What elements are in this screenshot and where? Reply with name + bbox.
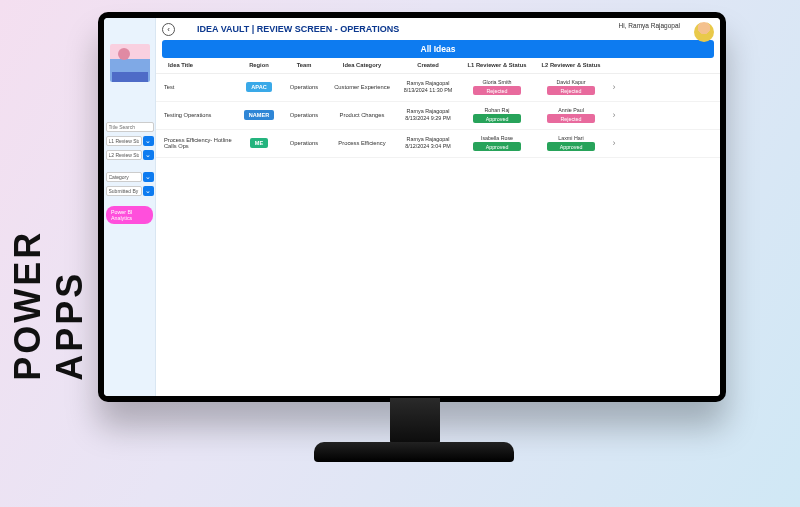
chevron-down-icon[interactable]: ⌄ [143, 186, 154, 196]
cell-category: Product Changes [328, 112, 396, 118]
col-l2: L2 Reviewer & Status [534, 62, 608, 69]
cell-l2: Annie PaulRejected [534, 107, 608, 124]
cell-category: Process Efficiency [328, 140, 396, 146]
cell-title: Testing Operations [164, 112, 238, 118]
banner: All Ideas [162, 40, 714, 58]
cell-title: Process Efficiency- Hotline Calls Ops [164, 137, 238, 149]
chevron-right-icon[interactable]: › [608, 138, 620, 148]
chevron-right-icon[interactable]: › [608, 82, 620, 92]
l1-status-filter[interactable]: ⌄ [106, 136, 154, 146]
cell-title: Test [164, 84, 238, 90]
cell-created: Ramya Rajagopal8/13/2024 9:29 PM [396, 108, 460, 123]
topbar: ‹ IDEA VAULT | REVIEW SCREEN - OPERATION… [156, 18, 720, 40]
category-filter-label [106, 172, 142, 182]
l2-status-filter[interactable]: ⌄ [106, 150, 154, 160]
chevron-down-icon[interactable]: ⌄ [143, 150, 154, 160]
table-body: TestAPACOperationsCustomer ExperienceRam… [156, 74, 720, 158]
cell-l1: Gloria SmithRejected [460, 79, 534, 96]
cell-team: Operations [280, 84, 328, 90]
title-search[interactable] [106, 122, 154, 132]
monitor-frame: ⌄ ⌄ ⌄ ⌄ Power BI Analytics ‹ IDEA VAULT … [98, 12, 726, 402]
cell-region: APAC [238, 82, 280, 92]
monitor-neck [390, 398, 440, 446]
cell-created: Ramya Rajagopal8/12/2024 3:04 PM [396, 136, 460, 151]
status-badge: Rejected [473, 86, 521, 95]
table-row[interactable]: Testing OperationsNAMEROperationsProduct… [156, 102, 720, 130]
col-category: Idea Category [328, 62, 396, 69]
cell-l2: David KapurRejected [534, 79, 608, 96]
powerbi-button[interactable]: Power BI Analytics [106, 206, 153, 224]
page-title: IDEA VAULT | REVIEW SCREEN - OPERATIONS [197, 24, 399, 34]
main-panel: ‹ IDEA VAULT | REVIEW SCREEN - OPERATION… [156, 18, 720, 396]
col-l1: L1 Reviewer & Status [460, 62, 534, 69]
cell-l2: Laxmi HariApproved [534, 135, 608, 152]
col-created: Created [396, 62, 460, 69]
status-badge: Approved [473, 114, 521, 123]
back-button[interactable]: ‹ [162, 23, 175, 36]
cell-created: Ramya Rajagopal8/13/2024 11:30 PM [396, 80, 460, 95]
cell-l1: Isabella RoseApproved [460, 135, 534, 152]
col-region: Region [238, 62, 280, 69]
cell-region: ME [238, 138, 280, 148]
col-team: Team [280, 62, 328, 69]
category-filter[interactable]: ⌄ [106, 172, 154, 182]
chevron-right-icon[interactable]: › [608, 110, 620, 120]
l1-filter-label [106, 136, 142, 146]
cell-l1: Rohan RajApproved [460, 107, 534, 124]
avatar[interactable] [694, 22, 714, 42]
monitor-base [314, 442, 514, 462]
table-row[interactable]: Process Efficiency- Hotline Calls OpsMEO… [156, 130, 720, 158]
sidebar: ⌄ ⌄ ⌄ ⌄ Power BI Analytics [104, 18, 156, 396]
submittedby-filter[interactable]: ⌄ [106, 186, 154, 196]
status-badge: Approved [547, 142, 595, 151]
status-badge: Rejected [547, 114, 595, 123]
user-greeting: Hi, Ramya Rajagopal [619, 22, 680, 29]
cell-team: Operations [280, 112, 328, 118]
submittedby-filter-label [106, 186, 142, 196]
brand-label: POWER APPS [7, 127, 91, 381]
status-badge: Approved [473, 142, 521, 151]
cell-category: Customer Experience [328, 84, 396, 90]
cell-team: Operations [280, 140, 328, 146]
col-title: Idea Title [164, 62, 238, 69]
app-screen: ⌄ ⌄ ⌄ ⌄ Power BI Analytics ‹ IDEA VAULT … [104, 18, 720, 396]
hero-illustration [110, 44, 150, 82]
status-badge: Rejected [547, 86, 595, 95]
chevron-down-icon[interactable]: ⌄ [143, 172, 154, 182]
table-header: Idea Title Region Team Idea Category Cre… [156, 58, 720, 74]
chevron-down-icon[interactable]: ⌄ [143, 136, 154, 146]
cell-region: NAMER [238, 110, 280, 120]
title-search-input[interactable] [106, 122, 154, 132]
table-row[interactable]: TestAPACOperationsCustomer ExperienceRam… [156, 74, 720, 102]
l2-filter-label [106, 150, 142, 160]
